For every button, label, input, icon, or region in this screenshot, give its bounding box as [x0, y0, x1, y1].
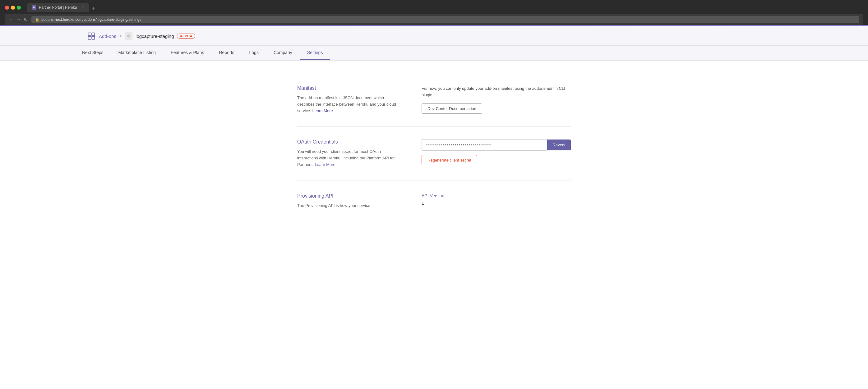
nav-buttons: ← → ↻	[9, 17, 28, 23]
tab-bar: H Partner Portal | Heroku × +	[27, 3, 95, 12]
active-browser-tab[interactable]: H Partner Portal | Heroku ×	[27, 3, 89, 12]
breadcrumb-separator: >	[119, 34, 122, 38]
address-bar-row: ← → ↻ 🔒 addons-next.heroku.com/addons/lo…	[5, 14, 863, 25]
tab-next-steps[interactable]: Next Steps	[74, 46, 111, 60]
nav-tabs: Next Steps Marketplace Listing Features …	[0, 45, 868, 60]
secret-field-row: Reveal	[422, 139, 571, 151]
manifest-learn-more-link[interactable]: Learn More	[312, 108, 333, 113]
svg-rect-0	[88, 33, 91, 36]
address-field[interactable]: 🔒 addons-next.heroku.com/addons/logcaptu…	[31, 16, 859, 23]
manifest-section-right: For now, you can only update your add-on…	[422, 86, 571, 114]
minimize-traffic-light[interactable]	[11, 6, 15, 10]
maximize-traffic-light[interactable]	[17, 6, 21, 10]
forward-button[interactable]: →	[16, 17, 21, 23]
manifest-info-text: For now, you can only update your add-on…	[422, 86, 571, 98]
provisioning-section-right: API Version 1	[422, 193, 571, 209]
addons-breadcrumb-link[interactable]: Add-ons	[99, 34, 116, 39]
svg-rect-3	[92, 36, 94, 39]
tab-reports[interactable]: Reports	[212, 46, 242, 60]
manifest-description: The add-on manifest is a JSON document w…	[297, 95, 397, 114]
tab-features-plans[interactable]: Features & Plans	[163, 46, 211, 60]
oauth-title: OAuth Credentials	[297, 139, 397, 145]
manifest-section: Manifest The add-on manifest is a JSON d…	[297, 73, 571, 127]
browser-chrome: H Partner Portal | Heroku × + ← → ↻ 🔒 ad…	[0, 0, 868, 25]
app-header: Add-ons > logcapture-staging ALPHA Next …	[0, 26, 868, 61]
dev-center-documentation-button[interactable]: Dev Center Documentation	[422, 103, 482, 114]
url-text: addons-next.heroku.com/addons/logcapture…	[41, 18, 142, 22]
tab-settings[interactable]: Settings	[300, 46, 331, 60]
traffic-lights	[5, 6, 21, 10]
alpha-badge: ALPHA	[177, 34, 195, 38]
close-traffic-light[interactable]	[5, 6, 9, 10]
tab-logs[interactable]: Logs	[242, 46, 266, 60]
oauth-section: OAuth Credentials You will need your cli…	[297, 127, 571, 181]
new-tab-btn[interactable]: +	[92, 5, 95, 12]
regenerate-client-secret-button[interactable]: Regenerate client secret	[422, 155, 477, 165]
oauth-section-right: Reveal Regenerate client secret	[422, 139, 571, 168]
oauth-learn-more-link[interactable]: Learn More	[315, 162, 335, 167]
addons-icon	[87, 32, 96, 40]
api-version-value: 1	[422, 201, 571, 206]
client-secret-input[interactable]	[422, 139, 547, 151]
breadcrumb: Add-ons > logcapture-staging ALPHA	[0, 32, 868, 45]
api-version-label: API Version	[422, 193, 571, 198]
lock-icon: 🔒	[35, 18, 39, 22]
manifest-section-left: Manifest The add-on manifest is a JSON d…	[297, 86, 397, 114]
svg-rect-2	[88, 36, 91, 39]
addon-name: logcapture-staging	[135, 34, 174, 39]
provisioning-description: The Provisioning API is how your service	[297, 202, 397, 209]
svg-rect-1	[92, 33, 94, 36]
tab-favicon: H	[32, 5, 36, 10]
main-content: Manifest The add-on manifest is a JSON d…	[285, 61, 583, 234]
manifest-title: Manifest	[297, 86, 397, 91]
tab-close-btn[interactable]: ×	[82, 5, 84, 10]
provisioning-section: Provisioning API The Provisioning API is…	[297, 181, 571, 222]
refresh-button[interactable]: ↻	[24, 17, 28, 23]
back-button[interactable]: ←	[9, 17, 14, 23]
tab-company[interactable]: Company	[266, 46, 300, 60]
oauth-description: You will need your client secret for mos…	[297, 149, 397, 168]
oauth-section-left: OAuth Credentials You will need your cli…	[297, 139, 397, 168]
addon-logo	[125, 32, 132, 40]
tab-title: Partner Portal | Heroku	[39, 5, 77, 10]
provisioning-title: Provisioning API	[297, 193, 397, 199]
tab-marketplace-listing[interactable]: Marketplace Listing	[111, 46, 163, 60]
svg-point-4	[127, 34, 130, 38]
provisioning-section-left: Provisioning API The Provisioning API is…	[297, 193, 397, 209]
reveal-button[interactable]: Reveal	[547, 139, 571, 151]
